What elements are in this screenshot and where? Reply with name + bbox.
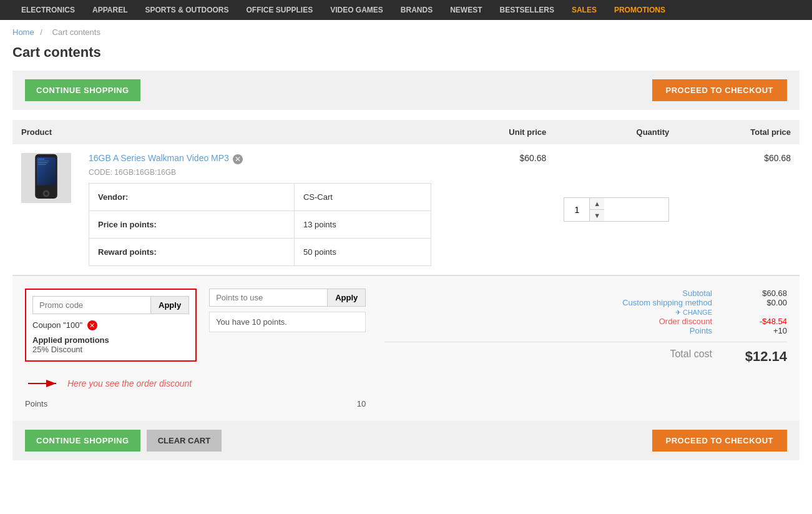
annotation-text: Here you see the order discount bbox=[67, 378, 192, 388]
reward-points-label: Reward points: bbox=[89, 239, 295, 266]
remove-product-icon[interactable]: ✕ bbox=[233, 154, 243, 164]
subtotal-value: $60.68 bbox=[737, 289, 787, 298]
page-title: Cart contents bbox=[0, 44, 812, 71]
continue-shopping-bottom-button[interactable]: CONTINUE SHOPPING bbox=[25, 430, 140, 452]
quantity-decrement-button[interactable]: ▼ bbox=[590, 210, 604, 221]
detail-row-reward-points: Reward points: 50 points bbox=[89, 239, 431, 266]
shipping-method-label: Custom shipping method bbox=[622, 298, 712, 307]
points-total-value: +10 bbox=[737, 326, 787, 335]
applied-promotions-title: Applied promotions bbox=[32, 335, 189, 345]
annotation-row: Here you see the order discount bbox=[25, 374, 366, 393]
continue-shopping-top-button[interactable]: CONTINUE SHOPPING bbox=[25, 79, 140, 101]
points-input[interactable] bbox=[209, 289, 328, 307]
nav-videogames[interactable]: VIDEO GAMES bbox=[321, 6, 392, 14]
proceed-to-checkout-top-button[interactable]: PROCEED TO CHECKOUT bbox=[652, 79, 788, 101]
applied-promotions-detail: 25% Discount bbox=[32, 345, 189, 354]
detail-row-vendor: Vendor: CS-Cart bbox=[89, 184, 431, 211]
right-section: Subtotal $60.68 Custom shipping method ✈… bbox=[384, 289, 787, 408]
points-value: 10 bbox=[357, 399, 366, 408]
discount-label: Order discount bbox=[659, 317, 712, 326]
quantity-increment-button[interactable]: ▲ bbox=[590, 198, 604, 210]
total-cost-label: Total cost bbox=[670, 348, 712, 365]
points-label: Points bbox=[25, 399, 47, 408]
coupon-label: Coupon "100" bbox=[32, 320, 82, 330]
cart-footer-section: Apply Coupon "100" ✕ Applied promotions … bbox=[12, 275, 800, 421]
col-unit-price: Unit price bbox=[440, 120, 555, 144]
total-price-cell: $60.68 bbox=[678, 144, 800, 275]
product-image-cell bbox=[12, 144, 80, 275]
points-box: Apply You have 10 points. bbox=[209, 289, 366, 362]
nav-bestsellers[interactable]: BESTSELLERS bbox=[491, 6, 563, 14]
coupon-remove-icon[interactable]: ✕ bbox=[87, 320, 97, 330]
shipping-row: Custom shipping method ✈ CHANGE $0.00 bbox=[384, 298, 787, 317]
breadcrumb: Home / Cart contents bbox=[0, 20, 812, 44]
svg-rect-7 bbox=[38, 162, 48, 163]
vendor-value: CS-Cart bbox=[294, 184, 431, 211]
quantity-control: ▲ ▼ bbox=[564, 197, 669, 222]
quantity-cell: ▲ ▼ bbox=[555, 144, 678, 275]
nav-sports[interactable]: SPORTS & OUTDOORS bbox=[136, 6, 237, 14]
svg-point-4 bbox=[44, 192, 47, 195]
table-row: 16GB A Series Walkman Video MP3 ✕ CODE: … bbox=[12, 144, 800, 275]
quantity-input[interactable] bbox=[564, 202, 589, 217]
breadcrumb-home[interactable]: Home bbox=[12, 27, 34, 37]
points-info: You have 10 points. bbox=[209, 312, 366, 332]
product-name-link[interactable]: 16GB A Series Walkman Video MP3 bbox=[89, 153, 229, 163]
shipping-label: Custom shipping method ✈ CHANGE bbox=[622, 298, 712, 317]
nav-electronics[interactable]: ELECTRONICS bbox=[12, 6, 84, 14]
nav-sales[interactable]: SALES bbox=[563, 6, 605, 14]
cart-table: Product Unit price Quantity Total price bbox=[12, 120, 800, 275]
points-label-row: Points 10 bbox=[25, 399, 366, 408]
promo-points-row: Apply Coupon "100" ✕ Applied promotions … bbox=[25, 289, 366, 362]
proceed-to-checkout-bottom-button[interactable]: PROCEED TO CHECKOUT bbox=[652, 430, 788, 452]
product-details-cell: 16GB A Series Walkman Video MP3 ✕ CODE: … bbox=[80, 144, 440, 275]
discount-row: Order discount -$48.54 bbox=[384, 317, 787, 326]
nav-office[interactable]: OFFICE SUPPLIES bbox=[237, 6, 321, 14]
col-total-price: Total price bbox=[678, 120, 800, 144]
product-code: CODE: 16GB:16GB:16GB bbox=[89, 168, 431, 177]
promo-code-input[interactable] bbox=[32, 296, 151, 314]
col-product: Product bbox=[12, 120, 440, 144]
total-cost-row: Total cost $12.14 bbox=[384, 342, 787, 365]
total-cost-value: $12.14 bbox=[737, 348, 787, 365]
product-details-table: Vendor: CS-Cart Price in points: 13 poin… bbox=[89, 183, 431, 266]
promo-box: Apply Coupon "100" ✕ Applied promotions … bbox=[25, 289, 197, 362]
points-input-row: Apply bbox=[209, 289, 366, 307]
svg-rect-5 bbox=[38, 159, 45, 160]
bottom-action-bar: CONTINUE SHOPPING CLEAR CART PROCEED TO … bbox=[12, 421, 800, 460]
promo-input-row: Apply bbox=[32, 296, 189, 314]
clear-cart-button[interactable]: CLEAR CART bbox=[147, 430, 222, 452]
cart-footer-inner: Apply Coupon "100" ✕ Applied promotions … bbox=[25, 289, 787, 408]
points-total-label: Points bbox=[690, 326, 712, 335]
annotation-arrow-icon bbox=[25, 374, 62, 393]
bottom-left-buttons: CONTINUE SHOPPING CLEAR CART bbox=[25, 430, 222, 452]
nav-promotions[interactable]: PROMOTIONS bbox=[605, 6, 674, 14]
shipping-value: $0.00 bbox=[737, 298, 787, 317]
svg-rect-2 bbox=[37, 157, 56, 185]
nav-brands[interactable]: BRANDS bbox=[392, 6, 441, 14]
price-points-value: 13 points bbox=[294, 211, 431, 239]
top-action-bar: CONTINUE SHOPPING PROCEED TO CHECKOUT bbox=[12, 71, 800, 110]
unit-price-cell: $60.68 bbox=[440, 144, 555, 275]
coupon-info: Coupon "100" ✕ bbox=[32, 320, 189, 330]
nav-bar: ELECTRONICS APPAREL SPORTS & OUTDOORS OF… bbox=[0, 0, 812, 20]
breadcrumb-separator: / bbox=[40, 27, 42, 37]
breadcrumb-current: Cart contents bbox=[52, 27, 100, 37]
detail-row-price-points: Price in points: 13 points bbox=[89, 211, 431, 239]
left-section: Apply Coupon "100" ✕ Applied promotions … bbox=[25, 289, 366, 408]
nav-newest[interactable]: NEWEST bbox=[441, 6, 491, 14]
applied-promotions: Applied promotions 25% Discount bbox=[32, 335, 189, 354]
subtotal-row: Subtotal $60.68 bbox=[384, 289, 787, 298]
shipping-change-link[interactable]: ✈ CHANGE bbox=[675, 309, 712, 316]
vendor-label: Vendor: bbox=[89, 184, 295, 211]
col-quantity: Quantity bbox=[555, 120, 678, 144]
price-points-label: Price in points: bbox=[89, 211, 295, 239]
reward-points-value: 50 points bbox=[294, 239, 431, 266]
subtotal-label: Subtotal bbox=[682, 289, 712, 298]
svg-rect-8 bbox=[38, 164, 46, 165]
points-apply-button[interactable]: Apply bbox=[328, 289, 366, 307]
discount-value: -$48.54 bbox=[737, 317, 787, 326]
promo-apply-button[interactable]: Apply bbox=[151, 296, 189, 314]
points-total-row: Points +10 bbox=[384, 326, 787, 335]
nav-apparel[interactable]: APPAREL bbox=[84, 6, 136, 14]
